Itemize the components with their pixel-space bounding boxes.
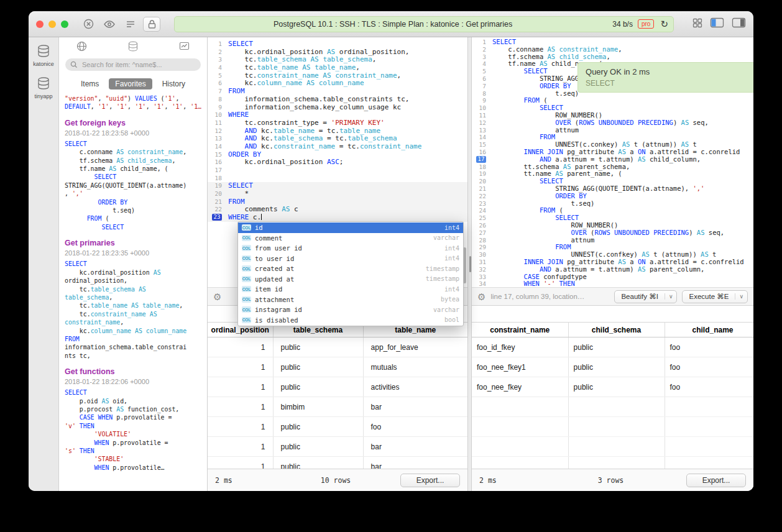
grid-view-button[interactable] [692,18,702,30]
table-cell[interactable]: public [273,417,363,437]
autocomplete-item-from_user_id[interactable]: COLfrom_user_idint4 [238,243,463,254]
autocomplete-item-to_user_id[interactable]: COLto_user_idint4 [238,254,463,264]
table-cell[interactable]: app_for_leave [363,337,467,357]
line-number: 13 [472,127,489,134]
code-text: WHEN '-' THEN [489,280,575,287]
table-cell[interactable]: public [273,357,363,377]
line-number: 8 [208,96,224,104]
favorite-item[interactable]: Get functions2018-01-22 18:22:06 +0000SE… [65,367,201,472]
disconnect-button[interactable] [80,17,97,32]
table-cell[interactable]: 1 [208,457,273,469]
autocomplete-item-created_at[interactable]: COLcreated_attimestamp [238,264,463,274]
minimize-button[interactable] [48,21,56,28]
settings-gear-button[interactable]: ⚙ [213,292,221,301]
table-row[interactable]: foo_nee_fkey1publicfoon [472,357,753,377]
table-cell[interactable]: 1 [208,377,273,397]
table-cell[interactable]: mutuals [363,357,467,377]
table-cell[interactable]: 1 [208,417,273,437]
favorite-item[interactable]: Get foreign keys2018-01-22 18:23:58 +000… [65,119,201,231]
table-cell[interactable]: public [273,457,363,469]
table-cell[interactable]: bar [363,397,467,417]
table-row[interactable]: 1publicbar [208,457,467,469]
pane-divider[interactable] [467,37,472,491]
table-cell[interactable]: 1 [208,437,273,457]
preview-button[interactable] [101,17,118,32]
refresh-icon[interactable]: ↻ [660,19,668,29]
autocomplete-item-comment[interactable]: COLcommentvarchar [238,233,463,244]
tab-items[interactable]: Items [75,78,105,89]
table-row[interactable]: 1bimbimbar [208,397,467,417]
beautify-label: Beautify ⌘I [615,292,664,301]
toggle-sidebar-button[interactable] [710,17,724,30]
autocomplete-item-is_disabled[interactable]: COLis_disabledbool [238,315,463,326]
table-row[interactable]: 1publicfoo [208,417,467,437]
table-cell[interactable]: foo_id_fkey [472,337,568,357]
favorite-item[interactable]: Get primaries2018-01-22 18:23:35 +0000SE… [65,239,201,360]
table-row[interactable]: foo_id_fkeypublicfooid [472,337,753,357]
table-cell[interactable]: 1 [208,357,273,377]
autocomplete-item-updated_at[interactable]: COLupdated_attimestamp [238,274,463,285]
table-cell[interactable]: 1 [208,337,273,357]
sidebar-globe-button[interactable] [76,41,87,54]
tab-favorites[interactable]: Favorites [109,78,152,89]
rail-connection-tinyapp[interactable]: tinyapp [29,75,58,102]
table-cell[interactable]: foo [665,357,753,377]
table-cell[interactable]: public [568,357,665,377]
table-cell[interactable]: foo_nee_fkey [472,377,568,397]
zoom-button[interactable] [61,21,68,28]
line-number: 9 [208,104,224,112]
beautify-button[interactable]: Beautify ⌘I ∨ [614,290,677,303]
divider-handle[interactable] [469,256,471,272]
settings-gear-button[interactable]: ⚙ [477,292,485,301]
export-button[interactable]: Export... [400,474,460,487]
search-field[interactable] [65,58,201,71]
table-cell[interactable]: foo_nee_fkey1 [472,357,568,377]
table-row[interactable]: 1publicbar [208,437,467,457]
sidebar-database-button[interactable] [127,41,139,54]
table-row[interactable]: 1publicapp_for_leave [208,337,467,357]
chevron-down-icon[interactable]: ∨ [665,293,677,300]
window-controls [692,17,746,30]
table-cell[interactable]: foo [363,417,467,437]
table-cell[interactable]: foo [665,337,753,357]
logs-button[interactable] [122,17,139,32]
table-cell[interactable]: 1 [208,397,273,417]
sidebar-queries-button[interactable] [179,41,190,53]
table-row[interactable]: 1publicmutuals [208,357,467,377]
table-cell[interactable]: bimbim [273,397,363,417]
table-cell[interactable]: public [568,377,665,397]
toggle-right-panel-button[interactable] [732,17,746,30]
table-row[interactable]: 1publicactivities [208,377,467,397]
table-cell[interactable]: public [568,337,665,357]
lock-button[interactable] [143,17,160,32]
table-cell[interactable]: public [273,377,363,397]
table-cell[interactable]: public [273,337,363,357]
autocomplete-item-attachment[interactable]: COLattachmentbytea [238,295,463,305]
autocomplete-item-instagram_id[interactable]: COLinstagram_idvarchar [238,305,463,315]
close-button[interactable] [36,21,44,28]
rail-connection-katonice[interactable]: katonice [29,42,58,70]
column-badge: COL [242,235,251,241]
column-header[interactable]: constraint_name [472,323,568,337]
line-number: 17 [472,156,489,163]
search-input[interactable] [81,60,196,69]
tab-history[interactable]: History [156,78,191,89]
table-cell[interactable]: public [273,437,363,457]
table-row[interactable]: foo_nee_fkeypublicfoon [472,377,753,397]
export-button[interactable]: Export... [686,474,746,487]
table-cell[interactable]: bar [363,437,467,457]
line-number: 14 [208,143,224,151]
autocomplete-item-id[interactable]: COLidint4 [238,222,463,233]
suggestion-name: from_user_id [255,244,441,252]
table-cell[interactable]: bar [363,457,467,469]
autocomplete-item-item_id[interactable]: COLitem_idint4 [238,284,463,295]
query-ok-tooltip: Query OK in 2 ms SELECT [577,62,753,93]
chevron-down-icon[interactable]: ∨ [735,293,747,300]
active-line-badge: 23 [212,214,222,221]
connection-label: katonice [33,61,54,67]
execute-button[interactable]: Execute ⌘E ∨ [682,290,748,303]
column-header[interactable]: child_name [665,323,753,337]
column-header[interactable]: child_schema [568,323,665,337]
table-cell[interactable]: foo [665,377,753,397]
table-cell[interactable]: activities [363,377,467,397]
